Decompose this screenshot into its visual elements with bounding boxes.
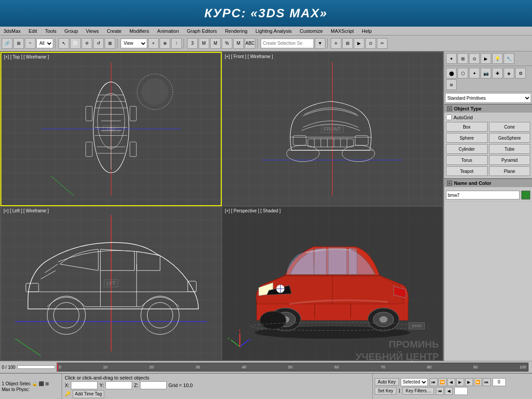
menu-views[interactable]: Views (84, 28, 101, 34)
toolbar-select2-btn[interactable]: ⬜ (70, 38, 81, 49)
toolbar-icon1[interactable]: ≡ (331, 38, 341, 49)
viewport-top[interactable]: [+] [ Top ] [ Wireframe ] TOP (0, 52, 222, 206)
toolbar-icon2[interactable]: ⊞ (342, 38, 353, 49)
set-key-btn[interactable]: Set Key (375, 387, 396, 395)
anim-next-frame[interactable]: ▶ (465, 378, 473, 386)
panel-space-btn[interactable]: ◈ (504, 68, 514, 78)
menu-create[interactable]: Create (105, 28, 123, 34)
menu-edit[interactable]: Edit (27, 28, 39, 34)
toolbar-m3-btn[interactable]: M (233, 38, 244, 49)
btn-torus[interactable]: Torus (446, 155, 488, 165)
btn-cylinder[interactable]: Cylinder (446, 144, 488, 154)
btn-tube[interactable]: Tube (489, 144, 531, 154)
toolbar-icon3[interactable]: ▶ (354, 38, 364, 49)
anim-skip-start[interactable]: ⏮ (430, 378, 438, 386)
separator-4 (257, 38, 259, 49)
toolbar-m1-btn[interactable]: M (199, 38, 209, 49)
panel-motion-btn[interactable]: ▶ (481, 53, 491, 64)
y-coord-input[interactable] (106, 381, 132, 389)
timeline-cursor[interactable] (57, 363, 58, 371)
create-selection-input[interactable] (261, 39, 314, 48)
menu-rendering[interactable]: Rendering (223, 28, 249, 34)
object-color-swatch[interactable] (521, 191, 530, 200)
btn-plane[interactable]: Plane (489, 166, 531, 176)
panel-utilities-btn[interactable]: 🔧 (504, 53, 514, 64)
toolbar-m2-btn[interactable]: M (210, 38, 221, 49)
frame-input[interactable] (493, 378, 506, 386)
menu-maxscript[interactable]: MAXScript (329, 28, 356, 34)
panel-helper-btn[interactable]: ✚ (492, 68, 503, 78)
section-collapse-btn[interactable]: - (447, 106, 452, 111)
toolbar-abc-btn[interactable]: ABC (245, 38, 255, 49)
primitives-dropdown-container: Standard Primitives (444, 92, 532, 104)
menu-customize[interactable]: Customize (298, 28, 325, 34)
menu-graph-editors[interactable]: Graph Editors (185, 28, 219, 34)
viewport-front[interactable]: [+] [ Front ] [ Wireframe ] FRONT (222, 52, 443, 206)
btn-sphere[interactable]: Sphere (446, 133, 488, 143)
toolbar-cursor-btn[interactable]: ↖ (59, 38, 69, 49)
panel-create-btn[interactable]: ✦ (446, 53, 457, 64)
select-icon: ⊞ (45, 381, 49, 386)
view-dropdown[interactable]: View (121, 39, 147, 48)
btn-box[interactable]: Box (446, 122, 488, 132)
panel-shape-btn[interactable]: ⬡ (458, 68, 468, 78)
panel-modify-btn[interactable]: ⊞ (458, 53, 468, 64)
toolbar-icon4[interactable]: ⊙ (365, 38, 376, 49)
toolbar-snap-btn[interactable]: + (148, 38, 159, 49)
status-bar: 1 Object Selec 🔒 ⬛ ⊞ Max to Physc: Click… (0, 373, 532, 399)
anim-prev-frame[interactable]: ◀ (447, 378, 455, 386)
viewport-left[interactable]: [+] [ Left ] [ Wireframe ] LFT (0, 206, 222, 360)
toolbar-link-btn[interactable]: 🔗 (2, 38, 12, 49)
select-all-dropdown[interactable]: All (36, 39, 53, 48)
anim-prev2[interactable]: ◀ (445, 387, 453, 395)
panel-hierarchy-btn[interactable]: ⊙ (469, 53, 480, 64)
menu-lighting[interactable]: Lighting Analysis (254, 28, 293, 34)
menu-3dsmax[interactable]: 3dsMax (2, 28, 23, 34)
toolbar-rotate-btn[interactable]: ↺ (93, 38, 104, 49)
panel-sys-btn[interactable]: ⚙ (515, 68, 526, 78)
panel-geo-btn[interactable]: ⬤ (446, 68, 457, 78)
panel-camera-btn[interactable]: 📷 (481, 68, 491, 78)
autogrid-checkbox[interactable] (446, 114, 452, 120)
z-coord-input[interactable] (140, 381, 167, 389)
toolbar-snap2-btn[interactable]: ⊕ (160, 38, 170, 49)
key-filters-btn[interactable]: Key Filters… (403, 387, 434, 395)
panel-display-btn[interactable]: 💡 (492, 53, 503, 64)
toolbar-3d-btn[interactable]: 3 (187, 38, 198, 49)
panel-wave-btn[interactable]: ≋ (446, 79, 457, 90)
btn-teapot[interactable]: Teapot (446, 166, 488, 176)
menu-help[interactable]: Help (360, 28, 374, 34)
add-time-tag-btn[interactable]: Add Time Tag (73, 390, 104, 398)
toolbar-magnet-btn[interactable]: ~ (25, 38, 35, 49)
viewport-perspective[interactable]: [+] [ Perspective ] [ Shaded ] BMW Y X Z (222, 206, 443, 360)
btn-geosphere[interactable]: GeoSphere (489, 133, 531, 143)
anim-skip-start2[interactable]: ⏮ (436, 387, 444, 395)
x-coord-input[interactable] (71, 381, 98, 389)
auto-key-btn[interactable]: Auto Key (375, 378, 399, 386)
menu-animation[interactable]: Animation (156, 28, 181, 34)
panel-light-btn[interactable]: ✦ (469, 68, 480, 78)
menu-modifiers[interactable]: Modifiers (128, 28, 151, 34)
anim-next-key[interactable]: ⏩ (474, 378, 482, 386)
object-name-input[interactable] (446, 191, 520, 200)
menu-tools[interactable]: Tools (43, 28, 59, 34)
frame-input-2[interactable]: 0 (454, 387, 468, 395)
toolbar-create-sel-btn[interactable]: ▼ (315, 38, 325, 49)
auto-key-select[interactable]: Selected (401, 378, 428, 386)
btn-pyramid[interactable]: Pyramid (489, 155, 531, 165)
toolbar-scale-btn[interactable]: ⊠ (105, 38, 115, 49)
anim-prev-key[interactable]: ⏪ (438, 378, 446, 386)
primitives-dropdown[interactable]: Standard Primitives (445, 93, 531, 103)
toolbar-up-btn[interactable]: ↑ (171, 38, 182, 49)
toolbar-icon5[interactable]: ✂ (377, 38, 387, 49)
name-color-collapse-btn[interactable]: - (447, 180, 452, 186)
anim-skip-end[interactable]: ⏭ (483, 378, 491, 386)
toolbar-pct-btn[interactable]: % (222, 38, 232, 49)
timeline-track[interactable]: 0 10 20 30 40 50 60 70 80 90 100 (57, 363, 528, 372)
anim-play[interactable]: ▶ (456, 378, 464, 386)
viewport-grid: [+] [ Top ] [ Wireframe ] TOP (0, 51, 443, 361)
toolbar-select-btn[interactable]: ⊞ (13, 38, 24, 49)
toolbar-move-btn[interactable]: ✛ (82, 38, 92, 49)
btn-cone[interactable]: Cone (489, 122, 531, 132)
menu-group[interactable]: Group (63, 28, 80, 34)
